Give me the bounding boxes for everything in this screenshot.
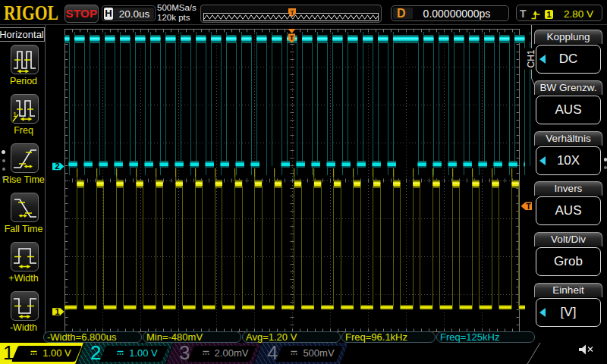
svg-text:T: T xyxy=(290,8,294,16)
svg-text:1: 1 xyxy=(55,307,59,316)
svg-text:T: T xyxy=(290,34,294,42)
svg-text:2: 2 xyxy=(55,162,59,171)
svg-text:T: T xyxy=(526,202,530,211)
